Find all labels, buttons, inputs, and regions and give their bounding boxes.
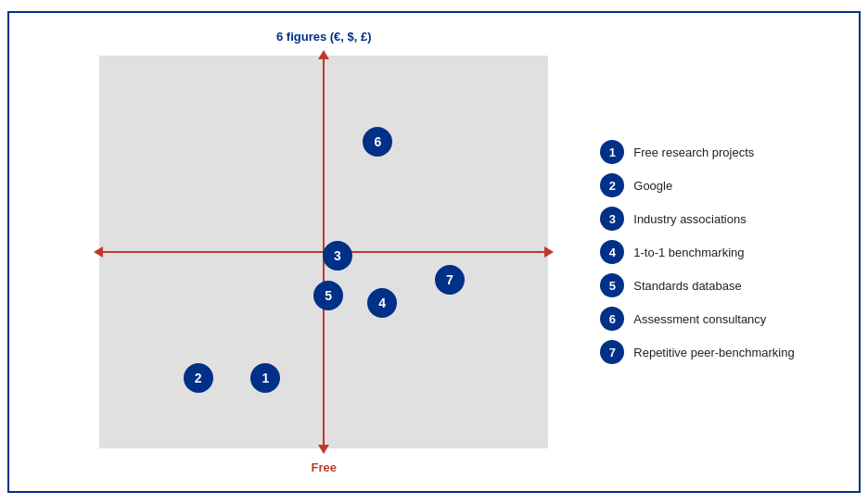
legend-item-1: 1Free research projects [600, 140, 794, 164]
data-point-4: 4 [367, 288, 397, 318]
legend-text-2: Google [633, 179, 672, 193]
axis-bottom-label: Free [312, 460, 337, 474]
data-point-1: 1 [250, 363, 280, 393]
data-point-3: 3 [323, 241, 352, 271]
chart-area: 6 figures (€, $, £) Free Little Value Ac… [73, 30, 574, 474]
legend-item-7: 7Repetitive peer-benchmarking [600, 340, 794, 364]
data-point-5: 5 [313, 281, 343, 310]
legend-text-6: Assessment consultancy [633, 312, 766, 326]
legend-text-1: Free research projects [633, 145, 754, 159]
legend-text-5: Standards database [633, 279, 741, 293]
data-point-2: 2 [184, 363, 213, 393]
legend-item-6: 6Assessment consultancy [600, 307, 794, 331]
main-container: 6 figures (€, $, £) Free Little Value Ac… [7, 11, 861, 493]
data-point-6: 6 [363, 127, 392, 157]
legend-circle-7: 7 [600, 340, 624, 364]
legend-circle-1: 1 [600, 140, 624, 164]
legend-item-5: 5Standards database [600, 273, 794, 297]
legend-text-4: 1-to-1 benchmarking [633, 246, 744, 259]
legend: 1Free research projects2Google3Industry … [600, 140, 794, 364]
arrow-right-icon [544, 246, 554, 258]
legend-circle-2: 2 [600, 173, 624, 197]
legend-circle-4: 4 [600, 240, 624, 264]
legend-item-4: 41-to-1 benchmarking [600, 240, 794, 264]
legend-item-3: 3Industry associations [600, 207, 794, 231]
quadrant: 1234567 [99, 56, 548, 448]
arrow-bottom-icon [318, 445, 329, 454]
legend-circle-5: 5 [600, 273, 624, 297]
legend-text-3: Industry associations [633, 212, 746, 226]
arrow-top-icon [318, 50, 329, 59]
legend-text-7: Repetitive peer-benchmarking [633, 346, 794, 359]
legend-circle-6: 6 [600, 307, 624, 331]
axis-top-label: 6 figures (€, $, £) [276, 30, 372, 44]
arrow-left-icon [94, 246, 103, 258]
legend-circle-3: 3 [600, 207, 624, 231]
data-point-7: 7 [435, 265, 465, 295]
legend-item-2: 2Google [600, 173, 794, 197]
